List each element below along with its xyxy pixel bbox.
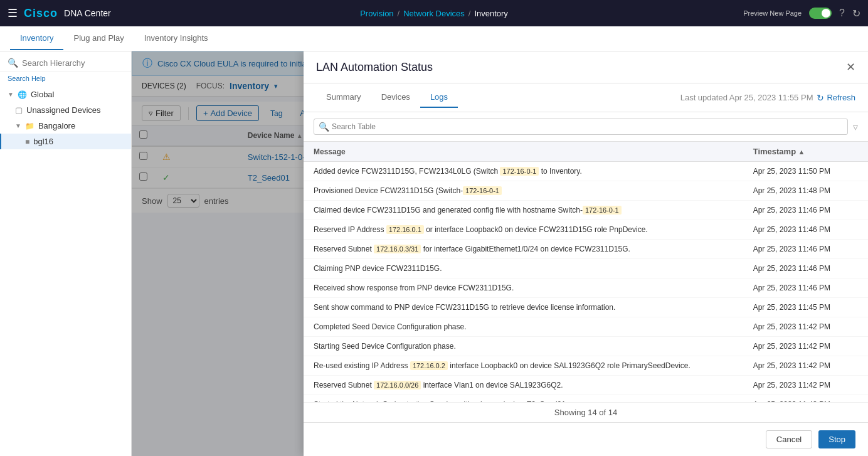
lan-tabs: Summary Devices Logs (316, 87, 458, 108)
logs-search-bar: 🔍 ▿ (304, 112, 868, 142)
log-timestamp-cell: Apr 25, 2023 11:46 PM (743, 201, 868, 220)
lan-panel-subheader: Summary Devices Logs Last updated Apr 25… (304, 83, 868, 112)
logs-table-container: Message Timestamp ▲ Added device FCW2311… (304, 142, 868, 402)
search-input[interactable] (22, 58, 127, 68)
log-timestamp-cell: Apr 25, 2023 11:50 PM (743, 162, 868, 181)
log-timestamp-cell: Apr 25, 2023 11:42 PM (743, 376, 868, 395)
sidebar-item-global[interactable]: ▼ 🌐 Global (0, 87, 131, 102)
ip-highlight: 172.16.0.1 (386, 225, 424, 234)
lan-automation-panel: LAN Automation Status ✕ Summary Devices … (304, 51, 868, 456)
log-row: Provisioned Device FCW2311D15G (Switch-1… (304, 181, 868, 201)
tab-summary[interactable]: Summary (316, 87, 371, 108)
preview-label: Preview New Page (743, 9, 802, 17)
refresh-icon[interactable]: ↻ (852, 8, 860, 19)
breadcrumb: Provision / Network Devices / Inventory (360, 9, 508, 18)
search-help-link[interactable]: Search Help (8, 75, 46, 82)
refresh-button[interactable]: ↻ Refresh (817, 93, 855, 103)
logs-footer: Showing 14 of 14 (304, 402, 868, 422)
log-timestamp-cell: Apr 25, 2023 11:46 PM (743, 240, 868, 259)
log-timestamp-cell: Apr 25, 2023 11:46 PM (743, 278, 868, 298)
cisco-brand-text: Cisco (24, 7, 58, 20)
log-message-cell: Completed Seed Device Configuration phas… (304, 317, 743, 337)
logs-search-wrapper: 🔍 (314, 119, 848, 135)
last-updated-area: Last updated Apr 25, 2023 11:55 PM ↻ Ref… (680, 93, 855, 103)
log-row: Completed Seed Device Configuration phas… (304, 317, 868, 337)
log-timestamp-cell: Apr 25, 2023 11:42 PM (743, 337, 868, 356)
content-area: ⓘ Cisco CX Cloud EULA is required to ini… (132, 51, 868, 456)
close-button[interactable]: ✕ (846, 60, 855, 74)
log-row: Added device FCW2311D15G, FCW2134L0LG (S… (304, 162, 868, 181)
logs-table: Message Timestamp ▲ Added device FCW2311… (304, 142, 868, 402)
breadcrumb-separator-2: / (468, 9, 471, 18)
log-row: Claimed device FCW2311D15G and generated… (304, 201, 868, 220)
breadcrumb-provision[interactable]: Provision (360, 9, 393, 18)
logs-filter-icon[interactable]: ▿ (853, 121, 858, 133)
globe-icon: 🌐 (18, 90, 27, 99)
main-layout: 🔍 ▿ Search Help ▼ 🌐 Global ▢ Unassigned … (0, 51, 868, 456)
sidebar-item-unassigned[interactable]: ▢ Unassigned Devices (0, 102, 131, 118)
breadcrumb-network-devices[interactable]: Network Devices (403, 9, 465, 18)
help-icon[interactable]: ? (839, 8, 845, 19)
sidebar-item-label: Unassigned Devices (26, 105, 101, 115)
message-col-header: Message (304, 142, 743, 162)
log-message-cell: Provisioned Device FCW2311D15G (Switch-1… (304, 181, 743, 201)
log-row: Reserved IP Address 172.16.0.1 or interf… (304, 220, 868, 240)
log-row: Sent show command to PNP device FCW2311D… (304, 298, 868, 317)
breadcrumb-separator-1: / (398, 9, 400, 18)
lan-panel-title: LAN Automation Status (316, 61, 433, 74)
sidebar: 🔍 ▿ Search Help ▼ 🌐 Global ▢ Unassigned … (0, 51, 132, 456)
refresh-icon: ↻ (817, 93, 824, 103)
breadcrumb-current: Inventory (474, 9, 507, 18)
logs-content: 🔍 ▿ Message Timestamp ▲ (304, 112, 868, 422)
building-icon: ■ (25, 137, 29, 146)
log-row: Received show response from PNP device F… (304, 278, 868, 298)
log-timestamp-cell: Apr 25, 2023 11:48 PM (743, 181, 868, 201)
sidebar-item-label: bgl16 (33, 137, 53, 146)
top-navigation: ☰ Cisco DNA Center Provision / Network D… (0, 0, 868, 26)
log-message-cell: Sent show command to PNP device FCW2311D… (304, 298, 743, 317)
log-message-cell: Starting Seed Device Configuration phase… (304, 337, 743, 356)
product-name: DNA Center (64, 8, 111, 18)
log-message-cell: Reserved IP Address 172.16.0.1 or interf… (304, 220, 743, 240)
stop-button[interactable]: Stop (818, 430, 855, 448)
preview-toggle[interactable] (809, 8, 832, 19)
tab-logs[interactable]: Logs (420, 87, 458, 108)
log-row: Starting Seed Device Configuration phase… (304, 337, 868, 356)
refresh-label: Refresh (827, 93, 855, 102)
ip-highlight: 172-16-0-1 (583, 206, 622, 215)
ip-highlight: 172.16.0.2 (410, 361, 448, 370)
cisco-logo: Cisco DNA Center (24, 7, 111, 20)
last-updated-text: Last updated Apr 25, 2023 11:55 PM (680, 93, 813, 102)
ip-highlight: 172.16.0.3/31 (374, 245, 421, 253)
log-timestamp-cell: Apr 25, 2023 11:46 PM (743, 259, 868, 278)
timestamp-sort-button[interactable]: ▲ (798, 148, 805, 156)
log-timestamp-cell: Apr 25, 2023 11:46 PM (743, 220, 868, 240)
search-help-link-area: Search Help (0, 72, 131, 87)
ip-highlight: 172.16.0.0/26 (374, 381, 421, 390)
logs-search-input[interactable] (314, 119, 848, 135)
ip-highlight: 172-16-0-1 (500, 167, 539, 176)
sidebar-item-bgl16[interactable]: ■ bgl16 (0, 134, 131, 149)
sidebar-search-bar: 🔍 ▿ (0, 51, 131, 72)
hamburger-icon[interactable]: ☰ (8, 6, 18, 20)
log-message-cell: Started the Network Orchestration Sessio… (304, 395, 743, 403)
sidebar-item-label: Bangalore (38, 121, 75, 130)
nav-right-area: Preview New Page ? ↻ (743, 8, 860, 19)
sidebar-item-bangalore[interactable]: ▼ 📁 Bangalore (0, 118, 131, 134)
log-message-cell: Claimed device FCW2311D15G and generated… (304, 201, 743, 220)
tab-inventory-insights[interactable]: Inventory Insights (134, 27, 218, 50)
folder-icon: 📁 (25, 122, 34, 130)
lan-panel-header: LAN Automation Status ✕ (304, 51, 868, 83)
ip-highlight: 172-16-0-1 (463, 186, 502, 195)
log-message-cell: Received show response from PNP device F… (304, 278, 743, 298)
sub-navigation: Inventory Plug and Play Inventory Insigh… (0, 26, 868, 51)
cancel-button[interactable]: Cancel (766, 430, 812, 448)
tab-plug-and-play[interactable]: Plug and Play (63, 27, 134, 50)
log-message-cell: Re-used existing IP Address 172.16.0.2 i… (304, 356, 743, 376)
chevron-down-icon: ▼ (8, 91, 14, 98)
tab-devices[interactable]: Devices (371, 87, 420, 108)
sidebar-item-label: Global (31, 90, 55, 99)
log-row: Started the Network Orchestration Sessio… (304, 395, 868, 403)
log-message-cell: Claiming PNP device FCW2311D15G. (304, 259, 743, 278)
tab-inventory[interactable]: Inventory (10, 27, 63, 50)
